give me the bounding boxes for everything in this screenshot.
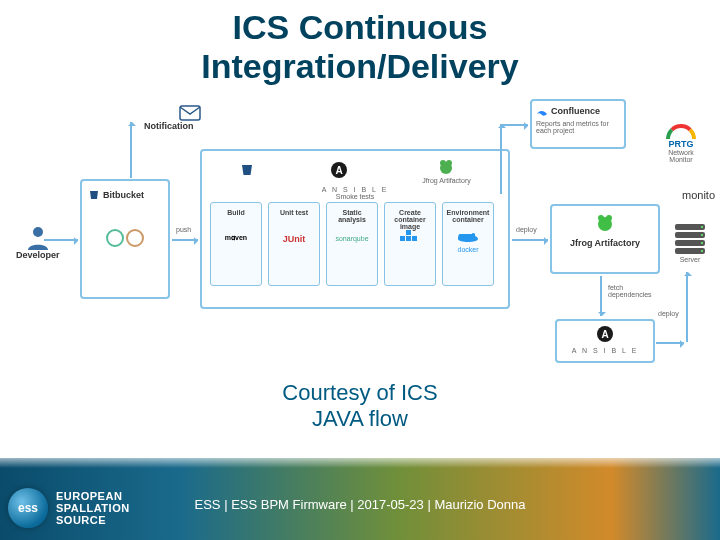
title-line1: ICS Continuous [233,8,488,46]
arrow-push [172,239,198,241]
bitbucket-label: Bitbucket [103,190,144,200]
svg-rect-10 [406,230,411,235]
stage-create-image: Create container image [384,202,436,286]
svg-rect-7 [400,236,405,241]
artifactory-box: Jfrog Artifactory [550,204,660,274]
stage-build: Build mɑven [210,202,262,286]
footer: ess EUROPEAN SPALLATION SOURCE ESS | ESS… [0,458,720,540]
svg-point-6 [446,160,452,166]
developer-label: Developer [16,250,60,260]
bitbucket-small [239,162,255,180]
svg-text:A: A [335,165,342,176]
stage-unit-test: Unit test JUnit [268,202,320,286]
svg-text:A: A [601,329,608,340]
maven-logo: mɑven [213,234,259,242]
arrow-to-confluence [500,124,502,194]
fetch-label: fetch dependencies [608,284,668,298]
envelope-icon [179,105,201,121]
junit-logo: JUnit [271,234,317,244]
arrow-to-confluence-h [500,124,528,126]
monitor-label: monito [682,189,715,201]
developer-icon: Developer [16,224,60,260]
courtesy-l1: Courtesy of ICS [282,380,437,405]
ansible-top: A [330,161,348,181]
title-line2: Integration/Delivery [201,47,518,85]
smoke-tests-label: Smoke tests [202,193,508,200]
svg-point-13 [606,215,612,221]
arrow-dev-to-repo [44,239,78,241]
ansible-label-bottom: A N S I B L E [561,347,649,354]
svg-point-12 [598,215,604,221]
svg-rect-1 [180,106,200,120]
server-label: Server [670,256,710,263]
bitbucket-icon [88,189,100,201]
artifactory-label: Jfrog Artifactory [558,238,652,248]
server-block: Server [670,224,710,263]
ansible-bottom-box: A A N S I B L E [555,319,655,363]
svg-rect-9 [412,236,417,241]
bitbucket-box: Bitbucket [80,179,170,299]
confluence-icon [536,105,548,117]
notification-label: Notification [144,121,194,131]
arrow-notify [130,122,132,178]
svg-point-5 [440,160,446,166]
arrow-deploy [512,239,548,241]
push-label: push [176,226,191,233]
courtesy-l2: JAVA flow [312,406,408,431]
deploy2-label: deploy [658,310,679,317]
stage-static-analysis: Static analysis sonarqube [326,202,378,286]
frog-icon-2 [595,212,615,232]
frog-icon: Jfrog Artifactory [422,157,471,184]
ansible-icon: A [596,325,614,343]
repo-icons [82,229,168,249]
courtesy-note: Courtesy of ICS JAVA flow [0,380,720,433]
arrow-to-server [656,342,684,344]
svg-rect-8 [406,236,411,241]
server-icon [675,224,705,254]
confluence-desc: Reports and metrics for each project [536,120,620,134]
pipeline-diagram: Developer Bitbucket Notification A [10,94,710,374]
docker-icon [398,230,422,246]
page-title: ICS Continuous Integration/Delivery [0,0,720,86]
stage-environment: Environment container docker [442,202,494,286]
confluence-label: Confluence [551,106,600,116]
frog-label: Jfrog Artifactory [422,177,471,184]
deploy-label: deploy [516,226,537,233]
docker-label: docker [445,246,491,253]
prtg-sub: Network Monitor [656,149,706,163]
prtg-block: PRTG Network Monitor [656,124,706,163]
ansible-label-top: A N S I B L E [202,186,508,193]
docker-whale-icon [456,229,480,245]
arrow-to-server-v [686,272,688,342]
svg-point-0 [33,227,43,237]
prtg-label: PRTG [656,139,706,149]
confluence-box: Confluence Reports and metrics for each … [530,99,626,149]
notification-block: Notification [140,105,240,131]
sonarqube-logo: sonarqube [329,235,375,242]
arrow-fetch [600,276,602,316]
gauge-icon [666,124,696,139]
footer-text: ESS | ESS BPM Firmware | 2017-05-23 | Ma… [0,497,720,512]
